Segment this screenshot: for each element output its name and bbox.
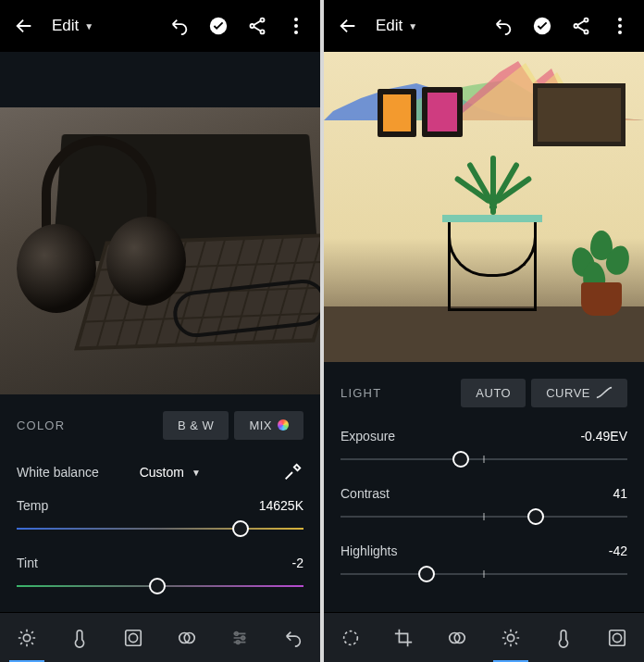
mode-label: Edit [376, 17, 402, 35]
tool-reset[interactable] [281, 626, 305, 650]
svg-point-3 [260, 30, 264, 33]
contrast-knob[interactable] [527, 508, 544, 525]
color-panel: COLOR B & W MIX White balance Custom ▼ T… [0, 394, 320, 628]
share-icon[interactable] [246, 15, 268, 37]
tool-light[interactable] [499, 626, 523, 650]
exposure-knob[interactable] [452, 451, 469, 468]
tool-thermometer[interactable] [68, 626, 92, 650]
chevron-down-icon: ▼ [84, 21, 93, 31]
svg-point-4 [23, 634, 30, 641]
highlights-knob[interactable] [418, 566, 435, 582]
auto-button[interactable]: AUTO [461, 379, 526, 407]
tool-effects[interactable] [605, 626, 629, 650]
temp-value: 14625K [259, 498, 303, 513]
svg-point-14 [574, 24, 577, 28]
tool-mixer[interactable] [228, 626, 252, 650]
wb-dropdown[interactable]: Custom ▼ [140, 465, 201, 480]
tool-color[interactable] [551, 626, 576, 650]
bottom-toolbar [324, 612, 644, 662]
temp-label: Temp [17, 498, 48, 513]
photo-preview[interactable] [324, 52, 644, 362]
highlights-value: -42 [609, 543, 627, 558]
tint-value: -2 [292, 556, 303, 570]
curve-button[interactable]: CURVE [531, 379, 627, 407]
accept-icon[interactable] [207, 15, 229, 37]
more-icon[interactable] [285, 15, 307, 37]
svg-rect-5 [126, 630, 142, 645]
bottom-toolbar [0, 612, 320, 662]
svg-point-13 [584, 19, 588, 22]
svg-rect-20 [610, 630, 625, 645]
mode-dropdown[interactable]: Edit ▼ [52, 17, 93, 35]
svg-point-1 [260, 19, 264, 22]
back-icon[interactable] [337, 15, 359, 37]
contrast-label: Contrast [341, 486, 390, 501]
svg-point-15 [584, 30, 588, 33]
panel-title: COLOR [17, 418, 65, 432]
accept-icon[interactable] [531, 15, 553, 37]
desk-scene [0, 107, 320, 394]
svg-point-6 [130, 633, 138, 642]
top-bar: Edit ▼ [0, 0, 320, 52]
exposure-label: Exposure [341, 429, 395, 443]
right-app: Edit ▼ [324, 0, 644, 662]
back-icon[interactable] [13, 15, 35, 37]
svg-point-21 [613, 633, 622, 642]
temp-knob[interactable] [232, 520, 249, 537]
undo-icon[interactable] [168, 15, 191, 37]
highlights-slider[interactable] [341, 562, 627, 586]
eyedropper-icon[interactable] [281, 461, 303, 483]
contrast-value: 41 [613, 486, 627, 501]
tint-label: Tint [17, 556, 38, 570]
svg-point-2 [250, 24, 254, 28]
color-wheel-icon [278, 419, 289, 431]
tint-knob[interactable] [149, 578, 166, 594]
curve-icon [596, 386, 613, 399]
mode-label: Edit [52, 17, 79, 35]
temp-slider[interactable] [17, 517, 303, 541]
wb-label: White balance [17, 465, 99, 480]
tool-split-tone[interactable] [175, 626, 199, 650]
chevron-down-icon: ▼ [408, 21, 417, 31]
svg-point-19 [507, 634, 514, 641]
tool-crop[interactable] [391, 626, 415, 650]
more-icon[interactable] [609, 15, 631, 37]
highlights-label: Highlights [341, 543, 397, 558]
tint-slider[interactable] [17, 574, 303, 598]
share-icon[interactable] [570, 15, 592, 37]
mix-button[interactable]: MIX [234, 411, 303, 440]
undo-icon[interactable] [492, 15, 514, 37]
left-app: Edit ▼ COLOR [0, 0, 320, 662]
panel-title: LIGHT [341, 386, 381, 400]
light-panel: LIGHT AUTO CURVE Exposure -0.49EV Contra… [324, 362, 644, 586]
photo-preview[interactable] [0, 107, 320, 394]
tool-presets[interactable] [339, 626, 363, 650]
tool-profiles[interactable] [445, 626, 469, 650]
tool-vignette[interactable] [121, 626, 145, 650]
exposure-value: -0.49EV [580, 429, 627, 443]
exposure-slider[interactable] [341, 447, 627, 471]
tool-adjust[interactable] [15, 626, 39, 650]
svg-point-16 [343, 631, 357, 644]
top-bar: Edit ▼ [324, 0, 644, 52]
chevron-down-icon: ▼ [192, 468, 201, 478]
mode-dropdown[interactable]: Edit ▼ [376, 17, 417, 35]
contrast-slider[interactable] [341, 505, 627, 529]
bw-button[interactable]: B & W [163, 411, 229, 440]
room-scene [324, 52, 644, 362]
